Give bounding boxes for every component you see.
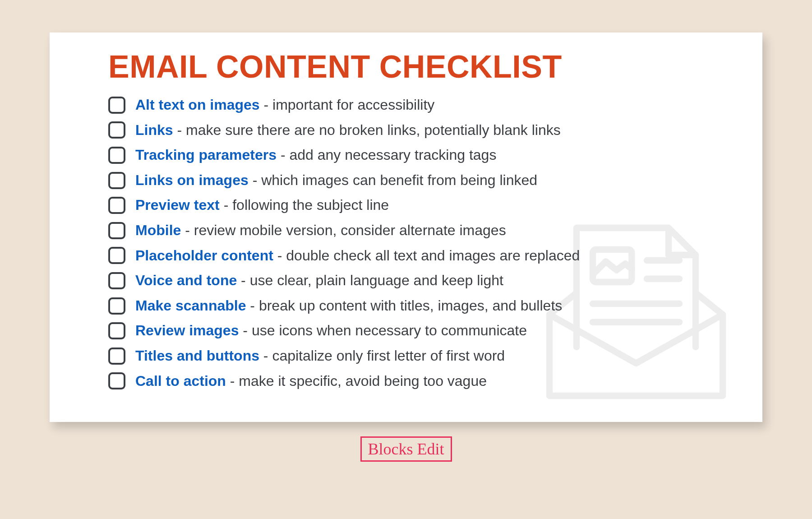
checklist-item: Tracking parameters - add any necessary … [108, 146, 704, 165]
item-title: Make scannable [135, 297, 246, 314]
item-desc: - important for accessibility [260, 97, 435, 113]
item-title: Review images [135, 322, 239, 338]
checkbox[interactable] [108, 372, 125, 389]
checklist-item: Voice and tone - use clear, plain langua… [108, 271, 704, 290]
checkbox[interactable] [108, 297, 125, 315]
checklist-item: Preview text - following the subject lin… [108, 196, 704, 215]
item-title: Preview text [135, 197, 220, 213]
checklist-item: Alt text on images - important for acces… [108, 96, 704, 115]
checklist-title: EMAIL CONTENT CHECKLIST [108, 49, 704, 85]
checklist-card: EMAIL CONTENT CHECKLIST Alt text on imag… [50, 32, 762, 422]
checklist-item: Links - make sure there are no broken li… [108, 121, 704, 140]
item-title: Links on images [135, 172, 249, 188]
item-desc: - use icons when necessary to communicat… [239, 322, 527, 338]
item-desc: - capitalize only first letter of first … [259, 348, 505, 364]
checkbox[interactable] [108, 97, 125, 114]
item-desc: - which images can benefit from being li… [249, 172, 537, 188]
item-desc: - add any necessary tracking tags [277, 147, 496, 163]
item-desc: - review mobile version, consider altern… [181, 222, 506, 238]
brand-badge: Blocks Edit [360, 436, 452, 462]
item-desc: - make it specific, avoid being too vagu… [226, 373, 487, 389]
item-title: Call to action [135, 373, 226, 389]
item-desc: - make sure there are no broken links, p… [173, 122, 561, 138]
checklist-item: Mobile - review mobile version, consider… [108, 221, 704, 240]
checkbox[interactable] [108, 197, 125, 214]
checkbox[interactable] [108, 121, 125, 139]
item-title: Alt text on images [135, 97, 260, 113]
checklist-item: Make scannable - break up content with t… [108, 297, 704, 315]
item-title: Placeholder content [135, 247, 273, 264]
checklist-item: Links on images - which images can benef… [108, 171, 704, 190]
checkbox[interactable] [108, 348, 125, 365]
item-desc: - use clear, plain language and keep lig… [237, 272, 503, 288]
checkbox[interactable] [108, 172, 125, 189]
item-desc: - break up content with titles, images, … [246, 297, 562, 314]
checkbox[interactable] [108, 247, 125, 264]
item-title: Mobile [135, 222, 181, 238]
checkbox[interactable] [108, 272, 125, 289]
item-title: Titles and buttons [135, 348, 259, 364]
item-title: Links [135, 122, 173, 138]
checkbox[interactable] [108, 222, 125, 239]
checklist-item: Call to action - make it specific, avoid… [108, 372, 704, 391]
item-title: Tracking parameters [135, 147, 277, 163]
checkbox[interactable] [108, 322, 125, 339]
checklist-item: Placeholder content - double check all t… [108, 246, 704, 265]
checklist: Alt text on images - important for acces… [108, 96, 704, 390]
checkbox[interactable] [108, 147, 125, 164]
item-title: Voice and tone [135, 272, 237, 288]
item-desc: - double check all text and images are r… [273, 247, 580, 264]
checklist-item: Titles and buttons - capitalize only fir… [108, 347, 704, 366]
item-desc: - following the subject line [220, 197, 389, 213]
checklist-item: Review images - use icons when necessary… [108, 321, 704, 340]
